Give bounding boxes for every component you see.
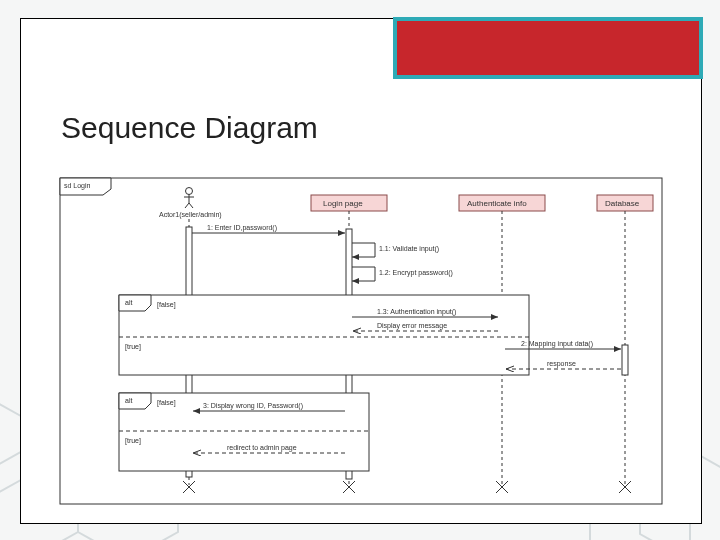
svg-text:alt: alt bbox=[125, 397, 132, 404]
slide-title: Sequence Diagram bbox=[61, 111, 318, 145]
svg-text:Authenticate info: Authenticate info bbox=[467, 199, 527, 208]
msg-redirect: redirect to admin page bbox=[227, 444, 297, 452]
sequence-diagram: sd Login Actor1(seller/admin) Login page… bbox=[59, 177, 663, 507]
svg-text:[true]: [true] bbox=[125, 343, 141, 351]
msg-3: 3: Display wrong ID, Password() bbox=[203, 402, 303, 410]
svg-text:Database: Database bbox=[605, 199, 640, 208]
msg-1: 1: Enter ID,password() bbox=[207, 224, 277, 232]
frame-label: sd Login bbox=[64, 182, 91, 190]
svg-text:Login page: Login page bbox=[323, 199, 363, 208]
msg-1.3: 1.3: Authentication input() bbox=[377, 308, 456, 316]
actor-label: Actor1(seller/admin) bbox=[159, 211, 222, 219]
msg-2: 2: Mapping input data() bbox=[521, 340, 593, 348]
svg-rect-25 bbox=[119, 295, 529, 375]
title-banner bbox=[393, 17, 703, 79]
msg-2r: response bbox=[547, 360, 576, 368]
slide-frame: Sequence Diagram sd Login Actor1(seller/… bbox=[20, 18, 702, 524]
msg-1.2: 1.2: Encrypt password() bbox=[379, 269, 453, 277]
svg-text:[false]: [false] bbox=[157, 399, 176, 407]
svg-text:[true]: [true] bbox=[125, 437, 141, 445]
msg-1.1: 1.1: Validate input() bbox=[379, 245, 439, 253]
svg-text:[false]: [false] bbox=[157, 301, 176, 309]
svg-text:alt: alt bbox=[125, 299, 132, 306]
msg-err: Display error message bbox=[377, 322, 447, 330]
svg-rect-23 bbox=[622, 345, 628, 375]
